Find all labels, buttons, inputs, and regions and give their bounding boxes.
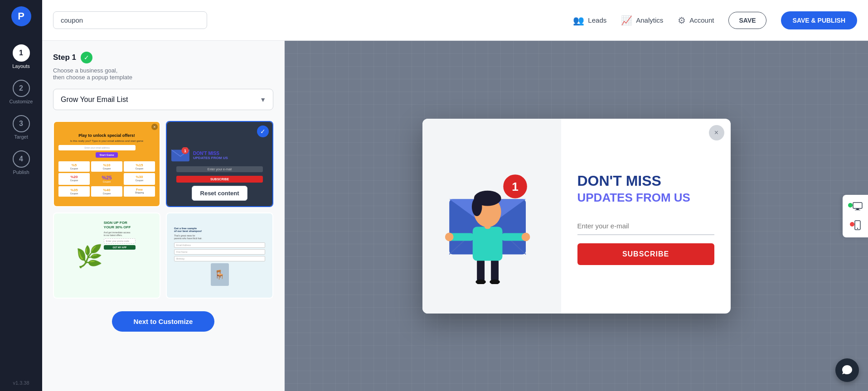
goal-dropdown[interactable]: Grow Your Email List [53, 89, 273, 110]
template4-content: Get a free sampleof our best shampoo! Th… [170, 223, 269, 290]
panel: Step 1 ✓ Choose a business goal,then cho… [42, 41, 285, 391]
device-switcher [843, 195, 868, 237]
step-subtitle: Choose a business goal,then choose a pop… [53, 67, 273, 81]
mobile-view-button[interactable] [846, 218, 864, 232]
step-circle-4: 4 [13, 150, 30, 168]
template-card-free-sample[interactable]: × Get a free sampleof our best shampoo! … [166, 212, 273, 299]
analytics-label: Analytics [636, 16, 663, 24]
save-publish-button[interactable]: SAVE & PUBLISH [781, 11, 857, 29]
nav-analytics[interactable]: 📈 Analytics [621, 15, 663, 26]
leads-label: Leads [588, 16, 606, 24]
template1-content: Play to unlock special offers! Is this r… [54, 129, 160, 201]
popup-content-area: DON'T MISS UPDATES FROM US SUBSCRIBE [561, 119, 731, 314]
template-card-play-unlock[interactable]: × Play to unlock special offers! Is this… [53, 121, 160, 207]
popup-heading-line2: UPDATES FROM US [577, 191, 690, 205]
sidebar-item-layouts[interactable]: 1 Layouts [0, 39, 42, 74]
popup-illustration-area: 1 [422, 119, 561, 314]
svg-point-14 [445, 232, 453, 241]
close-icon: × [714, 129, 718, 137]
svg-rect-8 [491, 258, 499, 282]
account-label: Account [689, 16, 714, 24]
svg-rect-7 [477, 258, 485, 282]
templates-grid: × Play to unlock special offers! Is this… [53, 121, 273, 304]
sidebar-label-target: Target [14, 134, 28, 140]
desktop-view-button[interactable] [846, 200, 864, 212]
svg-rect-11 [472, 227, 502, 261]
template3-content: 🌿 SIGN UP FORYOUR 30% OFF And get immedi… [78, 217, 136, 296]
chat-widget[interactable] [835, 358, 859, 382]
nav-leads[interactable]: 👥 Leads [573, 15, 606, 26]
nav-account[interactable]: ⚙ Account [678, 15, 714, 26]
campaign-name-input[interactable] [53, 11, 207, 29]
sidebar-item-target[interactable]: 3 Target [0, 110, 42, 145]
popup-close-button[interactable]: × [709, 125, 724, 140]
analytics-icon: 📈 [621, 15, 632, 26]
content-area: Step 1 ✓ Choose a business goal,then cho… [42, 41, 868, 391]
account-icon: ⚙ [678, 15, 686, 26]
svg-text:1: 1 [184, 148, 187, 153]
sidebar-label-publish: Publish [13, 169, 29, 175]
reset-content-button[interactable]: Reset content [192, 186, 248, 201]
template2-content: 1 DON'T MISS UPDATES FROM US Enter your … [167, 143, 272, 187]
template1-close-icon: × [151, 124, 158, 130]
svg-rect-24 [855, 210, 860, 210]
popup-email-input[interactable] [577, 217, 714, 235]
green-dot-icon [848, 203, 853, 208]
goal-dropdown-wrapper[interactable]: Grow Your Email List ▼ [53, 89, 273, 110]
leads-icon: 👥 [573, 15, 584, 26]
desktop-icon [853, 202, 863, 210]
panel-bottom: Next to Customize [53, 304, 273, 341]
svg-point-26 [857, 227, 858, 228]
sidebar-label-customize: Customize [10, 99, 33, 104]
popup-subscribe-button[interactable]: SUBSCRIBE [577, 243, 714, 265]
email-illustration: 1 [437, 148, 546, 284]
app-logo[interactable]: P [11, 6, 31, 26]
popup-heading-line1: DON'T MISS [577, 173, 661, 189]
version-label: v1.3.38 [13, 380, 29, 391]
popup-preview: × [422, 119, 731, 314]
svg-point-15 [521, 232, 530, 241]
sidebar-item-customize[interactable]: 2 Customize [0, 74, 42, 110]
header-nav: 👥 Leads 📈 Analytics ⚙ Account SAVE SAVE … [573, 11, 857, 29]
sidebar: P 1 Layouts 2 Customize 3 Target 4 Publi… [0, 0, 42, 391]
sidebar-label-layouts: Layouts [12, 63, 30, 69]
step-title: Step 1 [53, 53, 76, 62]
canvas-area: × [285, 41, 868, 391]
next-to-customize-button[interactable]: Next to Customize [112, 311, 215, 332]
save-button[interactable]: SAVE [728, 12, 766, 29]
step-header: Step 1 ✓ [53, 52, 273, 63]
step-check-icon: ✓ [81, 52, 92, 63]
sidebar-item-publish[interactable]: 4 Publish [0, 145, 42, 180]
template-card-signup[interactable]: 🌿 SIGN UP FORYOUR 30% OFF And get immedi… [53, 212, 160, 299]
mobile-icon [854, 220, 861, 230]
svg-text:1: 1 [512, 179, 519, 193]
step-circle-1: 1 [13, 44, 30, 62]
chat-icon [841, 364, 853, 376]
red-dot-icon [850, 222, 854, 227]
reset-overlay: Reset content [167, 186, 272, 206]
step-circle-3: 3 [13, 115, 30, 132]
step-circle-2: 2 [13, 80, 30, 97]
svg-point-19 [471, 197, 482, 216]
svg-rect-23 [856, 208, 859, 210]
main-area: 👥 Leads 📈 Analytics ⚙ Account SAVE SAVE … [42, 0, 868, 391]
header: 👥 Leads 📈 Analytics ⚙ Account SAVE SAVE … [42, 0, 868, 41]
template-card-dont-miss[interactable]: ✓ 1 DON'T MISS UPDATES FROM US [166, 121, 273, 207]
svg-rect-22 [853, 203, 862, 208]
template2-selected-check: ✓ [257, 126, 269, 137]
